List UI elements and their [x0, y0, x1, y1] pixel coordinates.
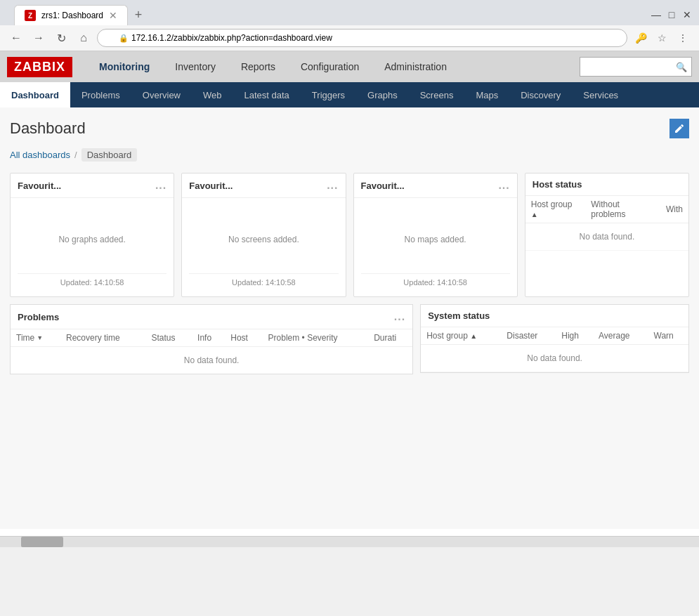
problems-body: Time ▼ Recovery time Status Info Host Pr… [11, 329, 412, 374]
col-time: Time ▼ [11, 329, 60, 347]
fav-maps-title: Favourit... [361, 181, 405, 191]
col-status: Status [145, 329, 192, 347]
fav-screens-widget: Favourit... ... No screens added. Update… [181, 173, 346, 297]
breadcrumb-current: Dashboard [81, 148, 138, 162]
time-sort[interactable]: Time ▼ [16, 333, 55, 343]
sec-nav-overview[interactable]: Overview [131, 82, 192, 107]
host-status-table-header-row: Host group ▲ Without problems With [525, 196, 688, 223]
fav-graphs-menu[interactable]: ... [155, 179, 166, 192]
fav-screens-content: No screens added. [189, 205, 338, 273]
more-icon[interactable]: ⋮ [674, 29, 692, 47]
nav-administration[interactable]: Administration [372, 54, 459, 79]
fav-maps-menu[interactable]: ... [498, 179, 509, 192]
close-tab-button[interactable]: ✕ [109, 10, 117, 21]
sec-nav-graphs[interactable]: Graphs [356, 82, 409, 107]
zabbix-logo: ZABBIX [7, 57, 72, 77]
host-group-sort-arrow[interactable]: ▲ [531, 211, 538, 218]
address-bar-row: ← → ↻ ⌂ 🔒 🔑 ☆ ⋮ [0, 25, 699, 51]
host-status-col-with: With [660, 196, 688, 223]
host-status-col-without: Without problems [585, 196, 660, 223]
host-status-col-group-label: Host group [531, 199, 573, 209]
fav-screens-title: Favourit... [189, 181, 233, 191]
problems-menu[interactable]: ... [394, 310, 405, 323]
breadcrumb-link[interactable]: All dashboards [10, 150, 70, 160]
system-status-title: System status [428, 310, 490, 321]
system-status-header-row: Host group ▲ Disaster High Average Warn [421, 327, 688, 345]
nav-monitoring[interactable]: Monitoring [86, 54, 162, 79]
time-label: Time [16, 333, 34, 343]
minimize-button[interactable]: — [651, 10, 661, 20]
search-input[interactable] [584, 62, 676, 72]
nav-reports[interactable]: Reports [228, 54, 288, 79]
title-bar: Z zrs1: Dashboard ✕ + — □ ✕ [0, 0, 699, 25]
system-status-no-data-row: No data found. [421, 345, 688, 372]
favicon: Z [25, 10, 36, 21]
fav-screens-body: No screens added. Updated: 14:10:58 [182, 198, 345, 296]
sec-nav-web[interactable]: Web [192, 82, 233, 107]
reload-button[interactable]: ↻ [52, 29, 70, 47]
sec-nav-latest-data[interactable]: Latest data [233, 82, 301, 107]
host-status-widget: Host status Host group ▲ Without problem… [525, 173, 689, 297]
search-box: 🔍 [580, 57, 692, 77]
host-status-body: Host group ▲ Without problems With No da… [525, 196, 688, 251]
browser-tab[interactable]: Z zrs1: Dashboard ✕ [14, 5, 128, 25]
breadcrumb-separator: / [74, 150, 77, 160]
close-button[interactable]: ✕ [682, 10, 692, 20]
forward-button[interactable]: → [30, 29, 48, 47]
fav-graphs-body: No graphs added. Updated: 14:10:58 [11, 198, 174, 296]
bottom-row: Problems ... Time ▼ [10, 304, 689, 374]
address-input[interactable] [131, 33, 618, 43]
new-tab-button[interactable]: + [128, 4, 149, 25]
edit-button[interactable] [669, 119, 689, 138]
system-status-col-warn: Warn [648, 327, 688, 345]
nav-configuration[interactable]: Configuration [288, 54, 372, 79]
sec-nav-maps[interactable]: Maps [464, 82, 509, 107]
host-status-table: Host group ▲ Without problems With No da… [525, 196, 688, 251]
page-title: Dashboard [10, 119, 86, 138]
sec-nav-services[interactable]: Services [572, 82, 629, 107]
system-status-table: Host group ▲ Disaster High Average Warn [421, 327, 688, 372]
address-actions: 🔑 ☆ ⋮ [632, 29, 692, 47]
problems-header: Problems ... [11, 305, 412, 329]
key-icon[interactable]: 🔑 [632, 29, 650, 47]
sec-nav-dashboard[interactable]: Dashboard [0, 82, 70, 107]
top-widgets-row: Favourit... ... No graphs added. Updated… [10, 173, 689, 297]
problems-title: Problems [18, 312, 59, 322]
page-content: Dashboard All dashboards / Dashboard Fav… [0, 107, 699, 529]
scroll-thumb[interactable] [21, 537, 63, 547]
fav-screens-menu[interactable]: ... [327, 179, 338, 192]
fav-graphs-footer: Updated: 14:10:58 [18, 273, 166, 289]
system-status-no-data: No data found. [421, 345, 688, 372]
tab-title: zrs1: Dashboard [41, 11, 103, 20]
sec-nav-triggers[interactable]: Triggers [301, 82, 356, 107]
problems-no-data: No data found. [11, 347, 412, 374]
col-info: Info [192, 329, 225, 347]
maximize-button[interactable]: □ [667, 10, 677, 20]
top-nav: ZABBIX Monitoring Inventory Reports Conf… [0, 51, 699, 82]
star-icon[interactable]: ☆ [653, 29, 671, 47]
horizontal-scrollbar[interactable] [0, 536, 699, 547]
fav-graphs-title: Favourit... [18, 181, 61, 191]
host-status-header: Host status [525, 173, 688, 196]
search-icon[interactable]: 🔍 [676, 62, 687, 72]
back-button[interactable]: ← [7, 29, 25, 47]
system-status-body: Host group ▲ Disaster High Average Warn [421, 327, 688, 372]
system-group-sort-arrow[interactable]: ▲ [470, 332, 477, 340]
host-status-no-data: No data found. [525, 223, 688, 251]
system-status-col-group-label: Host group [426, 331, 468, 341]
fav-maps-no-data: No maps added. [405, 235, 466, 244]
home-button[interactable]: ⌂ [74, 29, 93, 47]
sec-nav-screens[interactable]: Screens [409, 82, 465, 107]
nav-inventory[interactable]: Inventory [162, 54, 228, 79]
system-status-col-disaster: Disaster [501, 327, 556, 345]
system-status-col-average: Average [593, 327, 648, 345]
breadcrumb: All dashboards / Dashboard [10, 148, 689, 162]
fav-screens-footer: Updated: 14:10:58 [189, 273, 338, 289]
fav-graphs-no-data: No graphs added. [58, 235, 125, 244]
fav-screens-no-data: No screens added. [228, 235, 299, 244]
problems-header-row: Time ▼ Recovery time Status Info Host Pr… [11, 329, 412, 347]
sec-nav-problems[interactable]: Problems [70, 82, 131, 107]
sec-nav-discovery[interactable]: Discovery [509, 82, 572, 107]
fav-maps-footer: Updated: 14:10:58 [361, 273, 510, 289]
problems-table: Time ▼ Recovery time Status Info Host Pr… [11, 329, 412, 374]
